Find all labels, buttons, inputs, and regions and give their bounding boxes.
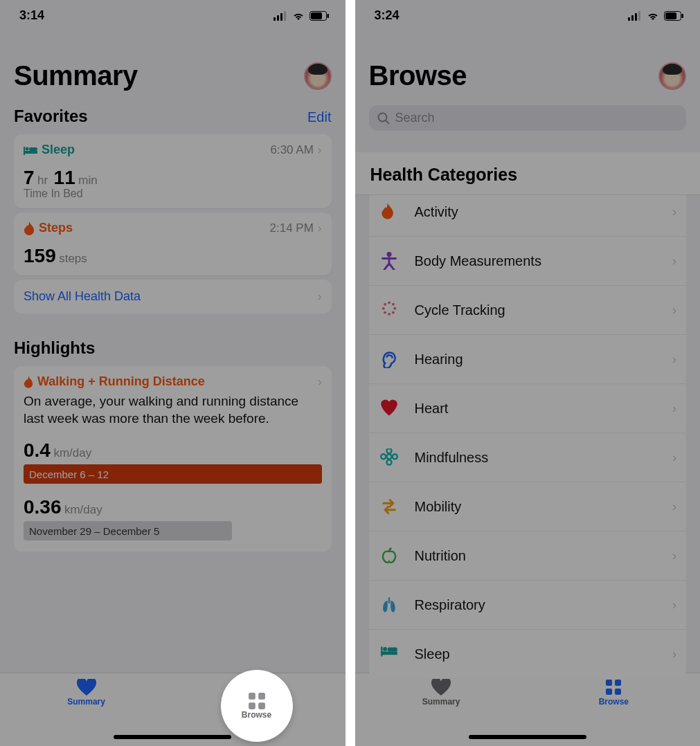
svg-point-37 bbox=[386, 454, 391, 459]
svg-point-40 bbox=[381, 454, 386, 459]
highlight-card[interactable]: Walking + Running Distance › On average,… bbox=[14, 366, 332, 552]
highlight-unit-2: km/day bbox=[64, 503, 102, 516]
category-label: Body Measurements bbox=[415, 253, 658, 269]
category-row-nutrition[interactable]: Nutrition› bbox=[369, 531, 687, 581]
edit-button[interactable]: Edit bbox=[307, 109, 331, 125]
category-row-activity[interactable]: Activity› bbox=[369, 188, 687, 237]
flame-icon bbox=[24, 376, 33, 388]
svg-rect-19 bbox=[628, 17, 630, 21]
bed-icon bbox=[24, 145, 37, 155]
sleep-sublabel: Time In Bed bbox=[24, 188, 322, 200]
flame-icon bbox=[24, 221, 35, 235]
highlight-bar-1: December 6 – 12 bbox=[24, 464, 322, 484]
category-row-sleep[interactable]: Sleep› bbox=[369, 630, 687, 678]
highlight-title: Walking + Running Distance bbox=[37, 374, 205, 389]
sleep-hours: 7 bbox=[24, 167, 35, 188]
wifi-icon bbox=[291, 11, 305, 21]
heart-icon bbox=[431, 679, 451, 695]
steps-title: Steps bbox=[39, 221, 73, 235]
svg-rect-0 bbox=[273, 17, 276, 21]
chevron-right-icon: › bbox=[318, 221, 322, 235]
svg-point-33 bbox=[388, 313, 391, 316]
home-indicator[interactable] bbox=[469, 735, 586, 739]
page-title: Browse bbox=[369, 60, 467, 91]
svg-rect-3 bbox=[284, 11, 286, 21]
chevron-right-icon: › bbox=[318, 289, 322, 304]
chevron-right-icon: › bbox=[672, 401, 676, 416]
sleep-hours-unit: hr bbox=[37, 174, 48, 187]
chevron-right-icon: › bbox=[318, 143, 322, 157]
svg-rect-1 bbox=[277, 15, 279, 21]
browse-highlight-bubble: Browse bbox=[221, 670, 293, 742]
search-icon bbox=[377, 112, 390, 125]
steps-unit: steps bbox=[59, 252, 87, 265]
heart-icon bbox=[77, 679, 96, 695]
show-all-health-data-row[interactable]: Show All Health Data › bbox=[14, 280, 332, 313]
svg-point-44 bbox=[383, 647, 387, 651]
category-row-heart[interactable]: Heart› bbox=[369, 384, 687, 433]
svg-point-35 bbox=[382, 307, 384, 310]
category-row-hearing[interactable]: Hearing› bbox=[369, 335, 687, 384]
category-label: Respiratory bbox=[415, 597, 658, 613]
category-label: Hearing bbox=[415, 352, 658, 367]
sleep-card[interactable]: Sleep 6:30 AM › 7 hr 11 min Time In Bed bbox=[14, 134, 332, 208]
svg-point-36 bbox=[384, 303, 386, 306]
tab-bar: Summary Browse bbox=[0, 673, 345, 746]
sleep-mins: 11 bbox=[54, 167, 75, 188]
grid-icon bbox=[605, 679, 622, 695]
steps-card[interactable]: Steps 2:14 PM › 159 steps bbox=[14, 212, 332, 275]
category-label: Sleep bbox=[415, 646, 658, 662]
status-bar: 3:24 bbox=[355, 0, 701, 27]
category-label: Nutrition bbox=[415, 548, 658, 564]
status-bar: 3:14 bbox=[0, 0, 345, 27]
highlight-unit-1: km/day bbox=[53, 446, 91, 460]
svg-rect-24 bbox=[665, 12, 676, 19]
svg-point-32 bbox=[392, 311, 395, 314]
tab-bar: Summary Browse bbox=[355, 673, 701, 746]
svg-point-9 bbox=[26, 147, 29, 150]
chevron-right-icon: › bbox=[672, 352, 676, 367]
category-label: Activity bbox=[415, 204, 658, 220]
highlight-value-2: 0.36 bbox=[24, 496, 62, 518]
home-indicator[interactable] bbox=[114, 735, 231, 739]
arrows-icon bbox=[379, 496, 400, 517]
svg-point-26 bbox=[378, 113, 386, 121]
category-row-respiratory[interactable]: Respiratory› bbox=[369, 581, 687, 630]
browse-dim-layer: 3:24 Browse Search Activity›Body Measure… bbox=[355, 0, 701, 746]
sleep-time: 6:30 AM bbox=[270, 143, 313, 157]
bed-icon bbox=[379, 644, 400, 664]
figure-icon bbox=[379, 251, 400, 271]
category-row-mobility[interactable]: Mobility› bbox=[369, 482, 687, 531]
highlight-bar-2: November 29 – December 5 bbox=[24, 521, 232, 540]
avatar[interactable] bbox=[658, 62, 686, 90]
tab-browse-label: Browse bbox=[599, 697, 629, 707]
svg-rect-5 bbox=[311, 12, 322, 19]
chevron-right-icon: › bbox=[672, 647, 676, 662]
svg-rect-17 bbox=[249, 702, 255, 709]
categories-list: Activity›Body Measurements›Cycle Trackin… bbox=[369, 188, 687, 678]
search-input[interactable]: Search bbox=[369, 105, 687, 131]
highlight-value-1: 0.4 bbox=[24, 439, 51, 461]
svg-rect-49 bbox=[615, 689, 621, 695]
category-row-body-measurements[interactable]: Body Measurements› bbox=[369, 237, 687, 286]
phone-left-summary: 3:14 Summary Favorites Edit Sleep 6:30 A… bbox=[0, 0, 345, 746]
category-row-mindfulness[interactable]: Mindfulness› bbox=[369, 433, 687, 482]
svg-point-34 bbox=[384, 311, 386, 314]
svg-point-28 bbox=[386, 252, 391, 257]
heart-icon bbox=[379, 398, 400, 419]
chevron-right-icon: › bbox=[318, 376, 321, 388]
highlights-header: Highlights bbox=[14, 338, 95, 358]
apple-icon bbox=[379, 545, 400, 566]
chevron-right-icon: › bbox=[672, 549, 676, 563]
cellular-icon bbox=[628, 11, 642, 21]
svg-rect-43 bbox=[381, 651, 397, 655]
avatar[interactable] bbox=[304, 62, 332, 90]
search-placeholder: Search bbox=[395, 111, 435, 125]
svg-point-39 bbox=[386, 460, 391, 465]
category-row-cycle-tracking[interactable]: Cycle Tracking› bbox=[369, 286, 687, 335]
cycle-icon bbox=[379, 300, 400, 320]
wifi-icon bbox=[646, 11, 660, 21]
chevron-right-icon: › bbox=[672, 598, 676, 612]
sleep-mins-unit: min bbox=[78, 174, 97, 187]
svg-point-38 bbox=[386, 448, 391, 453]
